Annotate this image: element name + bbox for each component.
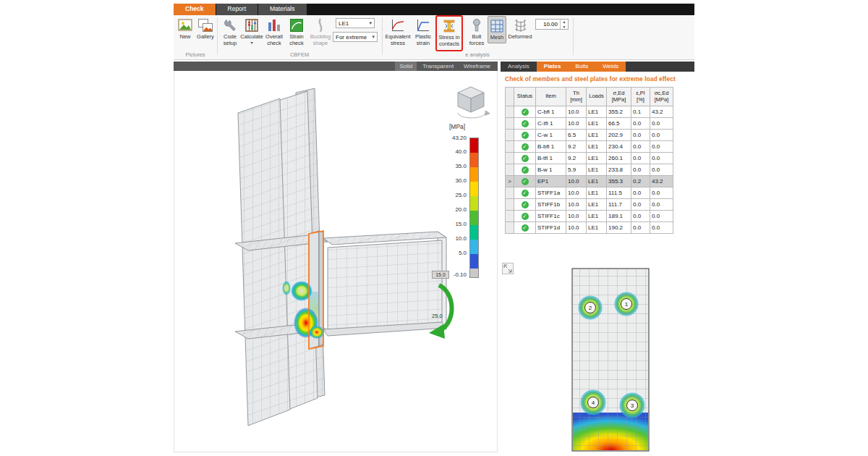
legend-unit: [MPa] <box>449 123 465 130</box>
tab-analysis[interactable]: Analysis <box>501 62 537 72</box>
status-cell: ✓ <box>514 222 536 234</box>
viewport-3d[interactable]: 25.0 [MPa] 43.20 40.035.030.025.020.015.… <box>174 71 498 452</box>
table-row[interactable]: ✓ C-tfl 1 10.0 LE1 66.5 0.0 0.0 <box>506 118 673 130</box>
thickness-cell: 10.0 <box>566 106 587 118</box>
legend-min-box: 15.0 <box>432 271 449 279</box>
spinner-arrows[interactable]: ▲▼ <box>560 20 568 29</box>
row-marker-header <box>506 88 514 106</box>
loads-cell: LE1 <box>587 130 607 141</box>
spinner-down-icon[interactable]: ▼ <box>561 25 568 30</box>
results-tab-bar: Analysis Plates Bolts Welds <box>501 62 694 72</box>
bolt-number: 1 <box>625 301 629 308</box>
equivalent-stress-button[interactable]: Equivalent stress <box>385 17 411 46</box>
chevron-down-icon: ▾ <box>372 34 375 40</box>
item-cell: STIFF1b <box>536 199 566 211</box>
stress-in-contacts-label: Stress in contacts <box>438 35 460 47</box>
tab-materials[interactable]: Materials <box>258 4 306 15</box>
results-panel: Analysis Plates Bolts Welds Check of mem… <box>501 62 694 452</box>
status-ok-icon: ✓ <box>522 213 529 220</box>
status-cell: ✓ <box>514 164 536 176</box>
table-row[interactable]: > ✓ EP1 10.0 LE1 355.3 0.2 43.2 <box>506 176 673 187</box>
thickness-cell: 9.2 <box>566 153 587 164</box>
gallery-button[interactable]: Gallery <box>195 17 216 41</box>
view-mode-wireframe[interactable]: Wireframe <box>459 62 495 71</box>
status-ok-icon: ✓ <box>522 224 529 232</box>
status-ok-icon: ✓ <box>522 132 529 139</box>
sigma-ed-cell: 355.2 <box>607 106 631 118</box>
plastic-strain-button[interactable]: Plastic strain <box>412 17 434 46</box>
row-marker <box>506 164 514 176</box>
table-row[interactable]: ✓ B-w 1 5.9 LE1 233.8 0.0 0.0 <box>506 164 673 176</box>
loads-cell: LE1 <box>587 118 607 130</box>
legend-tick: 20.0 <box>441 206 467 213</box>
plate-detail-view[interactable]: 1 2 3 4 <box>570 266 651 453</box>
status-ok-icon: ✓ <box>522 109 529 116</box>
view-cube[interactable] <box>458 87 490 118</box>
thickness-cell: 10.0 <box>566 176 587 187</box>
tab-check[interactable]: Check <box>174 4 216 15</box>
table-row[interactable]: ✓ STIFF1c 10.0 LE1 189.1 0.0 0.0 <box>506 211 673 222</box>
eps-pl-cell: 0.0 <box>631 222 650 234</box>
thickness-cell: 10.0 <box>566 199 587 211</box>
thickness-cell: 10.0 <box>566 222 587 234</box>
status-ok-icon: ✓ <box>522 178 529 185</box>
row-marker <box>506 222 514 234</box>
code-setup-button[interactable]: Code setup <box>220 17 240 46</box>
bolt-number: 2 <box>589 305 592 311</box>
deformed-button[interactable]: Deformed <box>508 17 532 41</box>
col-sigma-c-ed: σc,Ed [MPa] <box>650 88 673 106</box>
item-cell: B-bfl 1 <box>536 141 566 153</box>
strain-check-icon <box>289 17 305 34</box>
overall-check-button[interactable]: Overall check <box>263 17 285 46</box>
load-case-select[interactable]: LE1 ▾ <box>336 18 375 28</box>
expand-icon <box>503 264 512 273</box>
mesh-button[interactable]: Mesh <box>488 16 506 43</box>
stress-legend: [MPa] 43.20 40.035.030.025.020.015.010.0… <box>439 123 498 290</box>
abacus-icon <box>244 17 260 34</box>
buckling-shape-button[interactable]: Buckling shape <box>308 17 333 46</box>
load-case-value: LE1 <box>339 20 349 27</box>
tab-welds[interactable]: Welds <box>595 62 626 72</box>
sigma-ed-cell: 66.5 <box>607 118 631 130</box>
view-mode-transparent[interactable]: Transparent <box>418 62 458 71</box>
sigma-c-ed-cell: 0.0 <box>650 130 673 141</box>
status-ok-icon: ✓ <box>522 190 529 197</box>
status-cell: ✓ <box>514 211 536 222</box>
new-picture-button[interactable]: New <box>176 17 194 41</box>
table-row[interactable]: ✓ C-w 1 6.5 LE1 202.9 0.0 0.0 <box>506 130 673 141</box>
sigma-ed-cell: 260.1 <box>607 153 631 164</box>
table-header-row: Status Item Th [mm] Loads σ,Ed [MPa] ε,P… <box>506 88 673 106</box>
calculate-dropdown-arrow: ▾ <box>250 41 252 46</box>
deformed-scale-spinner[interactable]: 10.00 ▲▼ <box>535 19 569 30</box>
tab-bolts[interactable]: Bolts <box>568 62 595 72</box>
equivalent-stress-label: Equivalent stress <box>385 34 411 46</box>
tab-report[interactable]: Report <box>216 4 258 15</box>
col-status: Status <box>514 88 536 106</box>
sigma-c-ed-cell: 0.0 <box>650 118 673 130</box>
legend-min-value: -0.10 <box>451 271 467 278</box>
strain-check-button[interactable]: Strain check <box>286 17 307 46</box>
bolt-forces-button[interactable]: Bolt forces <box>467 17 486 46</box>
sigma-ed-cell: 355.3 <box>607 176 631 187</box>
extreme-filter-select[interactable]: For extreme ▾ <box>333 32 378 42</box>
group-divider <box>573 17 574 55</box>
view-mode-solid[interactable]: Solid <box>395 62 417 71</box>
table-row[interactable]: ✓ B-tfl 1 9.2 LE1 260.1 0.0 0.0 <box>506 153 673 164</box>
expand-detail-button[interactable] <box>502 263 514 274</box>
table-row[interactable]: ✓ C-bfl 1 10.0 LE1 355.2 0.1 43.2 <box>506 106 673 118</box>
thickness-cell: 5.9 <box>566 164 587 176</box>
thickness-cell: 10.0 <box>566 187 587 199</box>
col-thickness: Th [mm] <box>566 88 587 106</box>
row-marker <box>506 187 514 199</box>
cbfem-group-label: CBFEM <box>217 51 382 58</box>
tab-plates[interactable]: Plates <box>537 62 569 72</box>
table-row[interactable]: ✓ STIFF1b 10.0 LE1 111.7 0.0 0.0 <box>506 199 673 211</box>
table-row[interactable]: ✓ STIFF1d 10.0 LE1 190.2 0.0 0.0 <box>506 222 673 234</box>
eps-pl-cell: 0.0 <box>631 141 650 153</box>
table-row[interactable]: ✓ STIFF1a 10.0 LE1 111.5 0.0 0.0 <box>506 187 673 199</box>
thickness-cell: 10.0 <box>566 118 587 130</box>
calculate-button[interactable]: Calculate ▾ <box>242 17 262 46</box>
bolt-number: 4 <box>592 400 595 406</box>
stress-in-contacts-button[interactable]: Stress in contacts <box>435 15 463 51</box>
table-row[interactable]: ✓ B-bfl 1 9.2 LE1 230.4 0.0 0.0 <box>506 141 673 153</box>
